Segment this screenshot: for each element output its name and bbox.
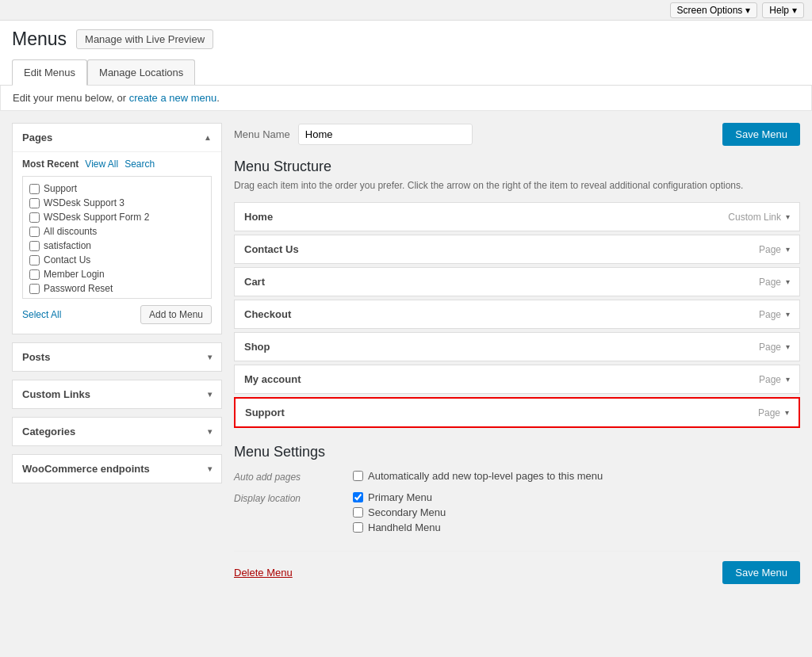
save-menu-button-top[interactable]: Save Menu [722, 123, 800, 146]
notice-text: Edit your menu below, or [13, 92, 129, 104]
help-button[interactable]: Help ▾ [762, 2, 804, 18]
menu-item-shop-type: Page [759, 342, 781, 353]
list-item[interactable]: Password Reset [29, 281, 205, 296]
page-checkbox-member-login[interactable] [29, 269, 40, 280]
pages-accordion-label: Pages [22, 132, 52, 143]
live-preview-button[interactable]: Manage with Live Preview [76, 29, 213, 49]
menu-item-support-arrow[interactable]: ▾ [785, 408, 789, 417]
menu-item-home[interactable]: Home Custom Link ▾ [234, 202, 800, 231]
primary-menu-label[interactable]: Primary Menu [353, 491, 800, 503]
categories-accordion: Categories ▾ [12, 417, 222, 446]
pages-tab-search[interactable]: Search [124, 159, 155, 170]
menu-item-home-label: Home [244, 211, 273, 223]
custom-links-accordion-chevron: ▾ [208, 390, 212, 399]
menu-item-contact-us-arrow[interactable]: ▾ [786, 245, 790, 254]
auto-add-pages-label: Auto add pages [234, 470, 337, 485]
menu-item-support-type: Page [758, 407, 780, 418]
display-location-controls: Primary Menu Secondary Menu Handheld Men… [353, 491, 800, 537]
woocommerce-accordion-header[interactable]: WooCommerce endpoints ▾ [13, 455, 221, 483]
tab-manage-locations[interactable]: Manage Locations [87, 59, 195, 85]
menu-settings-title: Menu Settings [234, 444, 800, 460]
pages-tabs: Most Recent View All Search [22, 152, 212, 176]
pages-tab-view-all[interactable]: View All [85, 159, 118, 170]
list-item[interactable]: Support [29, 181, 205, 196]
top-bar: Screen Options ▾ Help ▾ [0, 0, 812, 21]
menu-structure-desc: Drag each item into the order you prefer… [234, 180, 800, 191]
menu-item-shop[interactable]: Shop Page ▾ [234, 332, 800, 361]
menu-item-cart[interactable]: Cart Page ▾ [234, 267, 800, 296]
list-item[interactable]: Member Login [29, 267, 205, 281]
woocommerce-accordion-chevron: ▾ [208, 464, 212, 473]
tab-edit-menus[interactable]: Edit Menus [12, 59, 87, 86]
screen-options-chevron: ▾ [745, 5, 750, 16]
notice-text-after: . [216, 92, 220, 104]
menu-item-my-account-arrow[interactable]: ▾ [786, 375, 790, 384]
display-location-label: Display location [234, 491, 337, 537]
pages-accordion-body: Most Recent View All Search Support WSDe… [13, 151, 221, 334]
pages-accordion: Pages ▲ Most Recent View All Search Supp… [12, 123, 222, 334]
auto-add-pages-checkbox-label[interactable]: Automatically add new top-level pages to… [353, 470, 800, 482]
auto-add-pages-checkbox[interactable] [353, 471, 363, 481]
menu-item-my-account-right: Page ▾ [759, 374, 790, 385]
menu-item-shop-arrow[interactable]: ▾ [786, 342, 790, 351]
page-title: Menus [12, 29, 67, 50]
page-checkbox-satisfaction[interactable] [29, 241, 40, 251]
create-new-menu-link[interactable]: create a new menu [129, 92, 217, 104]
list-item[interactable]: satisfaction [29, 239, 205, 253]
screen-options-button[interactable]: Screen Options ▾ [670, 2, 758, 18]
list-item[interactable]: WSDesk Support Form 2 [29, 210, 205, 224]
select-all-row: Select All Add to Menu [22, 305, 212, 324]
help-chevron: ▾ [792, 5, 797, 16]
posts-accordion-chevron: ▾ [208, 353, 212, 361]
handheld-menu-label[interactable]: Handheld Menu [353, 521, 800, 533]
menu-item-checkout-arrow[interactable]: ▾ [786, 310, 790, 319]
save-menu-button-bottom[interactable]: Save Menu [722, 561, 800, 584]
auto-add-pages-row: Auto add pages Automatically add new top… [234, 470, 800, 485]
secondary-menu-text: Secondary Menu [368, 506, 446, 518]
list-item[interactable]: WSDesk Support 3 [29, 196, 205, 210]
woocommerce-accordion-label: WooCommerce endpoints [22, 463, 150, 475]
page-checkbox-wsdesk3[interactable] [29, 198, 40, 208]
menu-item-my-account-type: Page [759, 374, 781, 385]
menu-item-contact-us[interactable]: Contact Us Page ▾ [234, 235, 800, 264]
menu-item-support[interactable]: Support Page ▾ [234, 397, 800, 428]
menu-name-input[interactable] [298, 124, 473, 145]
page-checkbox-support[interactable] [29, 184, 40, 194]
select-all-link[interactable]: Select All [22, 309, 61, 320]
notice-bar: Edit your menu below, or create a new me… [0, 86, 812, 111]
list-item[interactable]: Contact Us [29, 253, 205, 267]
menu-item-home-arrow[interactable]: ▾ [786, 212, 790, 221]
pages-tab-most-recent[interactable]: Most Recent [22, 159, 79, 170]
handheld-menu-checkbox[interactable] [353, 522, 363, 533]
primary-menu-checkbox[interactable] [353, 492, 363, 502]
main-content: Pages ▲ Most Recent View All Search Supp… [0, 111, 812, 596]
page-header: Menus Manage with Live Preview Edit Menu… [0, 21, 812, 86]
pages-accordion-header[interactable]: Pages ▲ [13, 124, 221, 151]
page-checkbox-all-discounts[interactable] [29, 227, 40, 237]
primary-menu-text: Primary Menu [368, 491, 432, 503]
page-checkbox-contact-us[interactable] [29, 255, 40, 265]
menu-name-label: Menu Name [234, 128, 290, 140]
posts-accordion: Posts ▾ [12, 342, 222, 372]
add-to-menu-button[interactable]: Add to Menu [140, 305, 212, 324]
list-item[interactable]: All discounts [29, 224, 205, 239]
categories-accordion-header[interactable]: Categories ▾ [13, 418, 221, 445]
menu-item-my-account[interactable]: My account Page ▾ [234, 365, 800, 394]
secondary-menu-label[interactable]: Secondary Menu [353, 506, 800, 518]
custom-links-accordion-header[interactable]: Custom Links ▾ [13, 380, 221, 408]
delete-menu-link[interactable]: Delete Menu [234, 567, 293, 579]
menu-item-cart-arrow[interactable]: ▾ [786, 277, 790, 286]
header-top: Menus Manage with Live Preview [12, 29, 800, 56]
display-location-row: Display location Primary Menu Secondary … [234, 491, 800, 537]
menu-item-cart-right: Page ▾ [759, 277, 790, 288]
page-checkbox-password-reset[interactable] [29, 284, 40, 294]
posts-accordion-header[interactable]: Posts ▾ [13, 343, 221, 371]
menu-settings: Menu Settings Auto add pages Automatical… [234, 444, 800, 537]
menu-items-list: Home Custom Link ▾ Contact Us Page ▾ Car… [234, 202, 800, 428]
menu-item-cart-label: Cart [244, 276, 265, 288]
secondary-menu-checkbox[interactable] [353, 507, 363, 518]
handheld-menu-text: Handheld Menu [368, 521, 441, 533]
menu-item-checkout[interactable]: Checkout Page ▾ [234, 300, 800, 329]
posts-accordion-label: Posts [22, 351, 50, 363]
page-checkbox-wsdesk-form2[interactable] [29, 212, 40, 223]
